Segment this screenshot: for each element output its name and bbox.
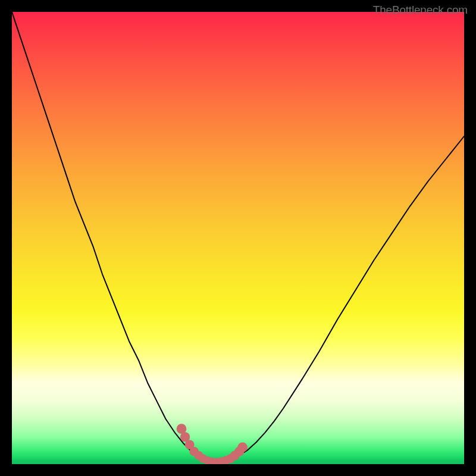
chart-stage: TheBottleneck.com xyxy=(0,0,476,476)
curve-markers xyxy=(177,424,248,464)
curve-marker xyxy=(237,442,248,452)
watermark-text: TheBottleneck.com xyxy=(373,4,468,17)
bottleneck-curve xyxy=(12,12,464,462)
chart-plot-area xyxy=(12,12,464,464)
chart-svg-layer xyxy=(12,12,464,464)
